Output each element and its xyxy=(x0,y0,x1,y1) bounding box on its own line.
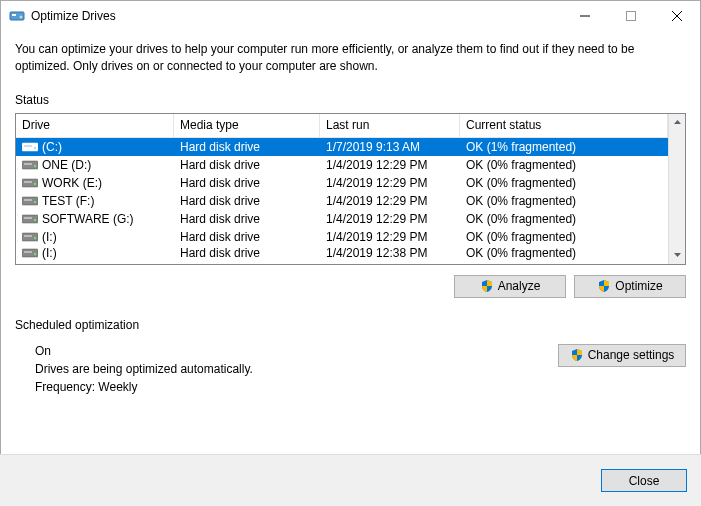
drive-icon xyxy=(22,231,38,243)
drive-status: OK (0% fragmented) xyxy=(460,194,668,208)
svg-rect-14 xyxy=(24,181,32,183)
analyze-label: Analyze xyxy=(498,279,541,293)
drive-icon xyxy=(22,159,38,171)
optimize-button[interactable]: Optimize xyxy=(574,275,686,298)
description-text: You can optimize your drives to help you… xyxy=(15,41,686,75)
column-last-run[interactable]: Last run xyxy=(320,114,460,137)
svg-point-2 xyxy=(20,16,23,19)
drive-last-run: 1/4/2019 12:29 PM xyxy=(320,176,460,190)
drive-media: Hard disk drive xyxy=(174,158,320,172)
drive-name: (C:) xyxy=(42,140,62,154)
drive-last-run: 1/7/2019 9:13 AM xyxy=(320,140,460,154)
drives-table: Drive Media type Last run Current status… xyxy=(15,113,686,265)
svg-rect-1 xyxy=(12,14,16,16)
column-media[interactable]: Media type xyxy=(174,114,320,137)
drive-status: OK (0% fragmented) xyxy=(460,212,668,226)
svg-rect-17 xyxy=(24,199,32,201)
scroll-down-icon[interactable] xyxy=(669,247,685,264)
svg-point-9 xyxy=(34,147,36,149)
maximize-button[interactable] xyxy=(608,1,654,31)
svg-rect-4 xyxy=(627,12,636,21)
column-status[interactable]: Current status xyxy=(460,114,668,137)
drive-media: Hard disk drive xyxy=(174,230,320,244)
table-row[interactable]: TEST (F:)Hard disk drive1/4/2019 12:29 P… xyxy=(16,192,668,210)
drive-media: Hard disk drive xyxy=(174,194,320,208)
table-header: Drive Media type Last run Current status xyxy=(16,114,668,138)
drive-name: ONE (D:) xyxy=(42,158,91,172)
change-settings-button[interactable]: Change settings xyxy=(558,344,686,367)
drive-media: Hard disk drive xyxy=(174,176,320,190)
svg-point-18 xyxy=(34,201,36,203)
drive-last-run: 1/4/2019 12:38 PM xyxy=(320,246,460,260)
app-icon xyxy=(9,8,25,24)
svg-point-21 xyxy=(34,219,36,221)
svg-point-27 xyxy=(34,253,36,255)
analyze-button[interactable]: Analyze xyxy=(454,275,566,298)
svg-rect-8 xyxy=(24,145,32,147)
drive-name: (I:) xyxy=(42,246,57,260)
table-row[interactable]: WORK (E:)Hard disk drive1/4/2019 12:29 P… xyxy=(16,174,668,192)
drive-icon xyxy=(22,195,38,207)
drive-name: TEST (F:) xyxy=(42,194,94,208)
drive-icon xyxy=(22,177,38,189)
svg-rect-11 xyxy=(24,163,32,165)
drive-status: OK (0% fragmented) xyxy=(460,176,668,190)
close-button[interactable] xyxy=(654,1,700,31)
drive-status: OK (0% fragmented) xyxy=(460,158,668,172)
drive-last-run: 1/4/2019 12:29 PM xyxy=(320,230,460,244)
window-title: Optimize Drives xyxy=(31,9,562,23)
svg-rect-23 xyxy=(24,235,32,237)
svg-rect-20 xyxy=(24,217,32,219)
table-row[interactable]: (I:)Hard disk drive1/4/2019 12:38 PMOK (… xyxy=(16,246,668,260)
change-settings-label: Change settings xyxy=(588,348,675,362)
drive-name: SOFTWARE (G:) xyxy=(42,212,134,226)
titlebar: Optimize Drives xyxy=(1,1,700,31)
shield-icon xyxy=(570,348,584,362)
shield-icon xyxy=(480,279,494,293)
scheduled-label: Scheduled optimization xyxy=(15,318,686,332)
drive-name: WORK (E:) xyxy=(42,176,102,190)
optimize-label: Optimize xyxy=(615,279,662,293)
column-drive[interactable]: Drive xyxy=(16,114,174,137)
table-row[interactable]: ONE (D:)Hard disk drive1/4/2019 12:29 PM… xyxy=(16,156,668,174)
scroll-track[interactable] xyxy=(669,131,685,247)
table-row[interactable]: (I:)Hard disk drive1/4/2019 12:29 PMOK (… xyxy=(16,228,668,246)
scheduled-line2: Frequency: Weekly xyxy=(35,380,558,394)
shield-icon xyxy=(597,279,611,293)
table-row[interactable]: (C:)Hard disk drive1/7/2019 9:13 AMOK (1… xyxy=(16,138,668,156)
window-controls xyxy=(562,1,700,31)
drive-status: OK (0% fragmented) xyxy=(460,246,668,260)
close-dialog-button[interactable]: Close xyxy=(601,469,687,492)
svg-marker-28 xyxy=(674,120,681,124)
drive-media: Hard disk drive xyxy=(174,140,320,154)
scrollbar[interactable] xyxy=(668,114,685,264)
scheduled-line1: Drives are being optimized automatically… xyxy=(35,362,558,376)
drive-last-run: 1/4/2019 12:29 PM xyxy=(320,158,460,172)
footer: Close xyxy=(0,454,701,506)
drive-last-run: 1/4/2019 12:29 PM xyxy=(320,212,460,226)
drive-status: OK (1% fragmented) xyxy=(460,140,668,154)
drive-icon xyxy=(22,141,38,153)
drive-status: OK (0% fragmented) xyxy=(460,230,668,244)
status-label: Status xyxy=(15,93,686,107)
drive-icon xyxy=(22,213,38,225)
drive-last-run: 1/4/2019 12:29 PM xyxy=(320,194,460,208)
svg-marker-29 xyxy=(674,253,681,257)
drive-media: Hard disk drive xyxy=(174,212,320,226)
minimize-button[interactable] xyxy=(562,1,608,31)
svg-point-24 xyxy=(34,237,36,239)
scroll-up-icon[interactable] xyxy=(669,114,685,131)
drive-media: Hard disk drive xyxy=(174,246,320,260)
drive-name: (I:) xyxy=(42,230,57,244)
drive-icon xyxy=(22,247,38,259)
svg-rect-26 xyxy=(24,251,32,253)
scheduled-status: On xyxy=(35,344,558,358)
svg-point-15 xyxy=(34,183,36,185)
svg-point-12 xyxy=(34,165,36,167)
table-row[interactable]: SOFTWARE (G:)Hard disk drive1/4/2019 12:… xyxy=(16,210,668,228)
